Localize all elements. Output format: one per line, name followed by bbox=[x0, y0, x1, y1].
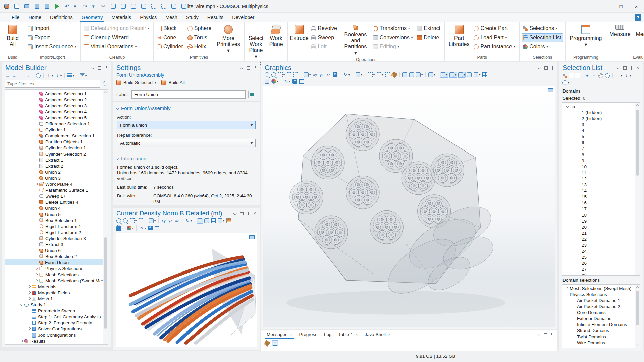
zoom-extents-icon[interactable] bbox=[293, 72, 299, 78]
selections-button[interactable]: Selections▾ bbox=[522, 24, 563, 33]
table-view-icon[interactable] bbox=[210, 218, 216, 224]
snapshot-icon[interactable] bbox=[147, 225, 153, 231]
select-icon[interactable]: ▾ bbox=[367, 72, 375, 78]
expand-chevron-icon[interactable] bbox=[565, 105, 570, 107]
float-panel-icon[interactable] bbox=[247, 66, 250, 70]
open-file-icon[interactable] bbox=[23, 3, 30, 10]
help-button[interactable]: ? bbox=[635, 14, 641, 21]
selection-item-17[interactable]: 17 bbox=[562, 206, 635, 212]
run-icon[interactable] bbox=[54, 3, 60, 10]
undo-caret-icon[interactable]: ▾ bbox=[72, 3, 78, 10]
minus-icon[interactable]: − bbox=[591, 73, 597, 79]
color-theme-icon[interactable]: ▾ bbox=[271, 78, 279, 84]
float-window-icon[interactable] bbox=[249, 235, 255, 239]
color-bar-icon[interactable] bbox=[226, 218, 232, 224]
float-panel-icon[interactable] bbox=[544, 66, 548, 70]
selection-item-2-hidden[interactable]: 2 (hidden) bbox=[562, 115, 635, 121]
virtual-operations-button[interactable]: Virtual Operations▾ bbox=[83, 42, 151, 51]
menu-physics[interactable]: Physics bbox=[136, 13, 161, 22]
tree-item-magnetic-fields[interactable]: Magnetic Fields bbox=[5, 290, 103, 296]
paste-into-icon[interactable] bbox=[130, 3, 137, 10]
float-panel-icon[interactable] bbox=[543, 333, 547, 336]
update-icon[interactable]: ↻▾ bbox=[139, 225, 147, 231]
delete-icon[interactable] bbox=[140, 3, 147, 10]
selection-item-10[interactable]: 10 bbox=[562, 164, 635, 170]
domain-selection-twist-domains[interactable]: Twist Domains bbox=[562, 334, 635, 340]
tree-item-union-4[interactable]: Union 4 bbox=[5, 205, 103, 211]
selection-item-7[interactable]: 7 bbox=[562, 145, 635, 152]
insert-sequence-button[interactable]: Insert Sequence▾ bbox=[26, 42, 78, 51]
selection-item-3[interactable]: 3 bbox=[562, 121, 635, 127]
domain-selections-scrollbar[interactable] bbox=[635, 285, 640, 348]
zoom-out-icon[interactable] bbox=[122, 218, 128, 224]
no-tooltip-icon[interactable] bbox=[264, 78, 270, 84]
selection-item-19[interactable]: 19 bbox=[562, 218, 635, 224]
close-button[interactable]: × bbox=[629, 0, 644, 13]
domain-selection-air-pocket-domains-2[interactable]: Air Pocket Domains 2 bbox=[562, 303, 635, 309]
tree-item-rigid-transform-2[interactable]: Rigid Transform 2 bbox=[5, 229, 103, 235]
axes-icon[interactable]: ▾ bbox=[217, 218, 225, 224]
float-panel-icon[interactable] bbox=[240, 212, 244, 215]
tree-item-mesh-1[interactable]: Mesh 1 bbox=[5, 296, 103, 302]
tab-log[interactable]: Log bbox=[321, 330, 335, 339]
panel-menu-icon[interactable] bbox=[240, 66, 244, 70]
pin-panel-icon[interactable] bbox=[104, 66, 108, 70]
menu-developer[interactable]: Developer bbox=[228, 13, 259, 22]
view-xz-icon[interactable]: xz bbox=[325, 72, 331, 78]
expand-chevron-icon[interactable] bbox=[26, 334, 32, 336]
collapse-icon[interactable]: ⤒▾ bbox=[46, 73, 54, 79]
build-all-button[interactable]: Build All bbox=[3, 23, 22, 48]
domain-selection-wire-domains[interactable]: Wire Domains bbox=[562, 340, 635, 346]
cone-button[interactable]: Cone bbox=[156, 33, 185, 42]
view-yz-icon[interactable]: yz bbox=[167, 218, 173, 224]
select-entities-icon[interactable] bbox=[385, 72, 391, 78]
tree-item-step-2-frequency-domain[interactable]: Step 2: Frequency Domain bbox=[5, 320, 103, 326]
go-to-view-icon[interactable]: ▾ bbox=[148, 218, 156, 224]
tree-item-cylinder-1[interactable]: Cylinder 1 bbox=[5, 127, 103, 133]
view-yz-icon[interactable]: yz bbox=[319, 72, 325, 78]
block-button[interactable]: Block bbox=[156, 24, 185, 33]
move-down-icon[interactable]: ↓ bbox=[25, 73, 31, 79]
selection-item-27[interactable]: 27 bbox=[562, 266, 635, 272]
tree-item-difference-selection-1[interactable]: Difference Selection 1 bbox=[5, 121, 103, 127]
zoom-selected-icon[interactable] bbox=[286, 72, 292, 78]
copy-icon[interactable] bbox=[569, 72, 574, 79]
tree-item-partition-objects-1[interactable]: Partition Objects 1 bbox=[5, 139, 103, 145]
tree-item-delete-entities-4[interactable]: Delete Entities 4 bbox=[5, 199, 103, 205]
defeaturing-and-repair-button[interactable]: Defeaturing and Repair▾ bbox=[83, 24, 151, 33]
scene-light-icon[interactable]: ▾ bbox=[355, 72, 363, 78]
selection-item-4[interactable]: 4 bbox=[562, 127, 635, 133]
extrude-button[interactable]: Extrude bbox=[290, 23, 309, 42]
tree-item-union-5[interactable]: Union 5 bbox=[5, 211, 103, 217]
domain-selection-strand-domains[interactable]: Strand Domains bbox=[562, 327, 635, 334]
zoom-box-icon[interactable]: ▾ bbox=[129, 218, 137, 224]
tree-item-complement-selection-1[interactable]: Complement Selection 1 bbox=[5, 133, 103, 139]
menu-mesh[interactable]: Mesh bbox=[161, 13, 181, 22]
expand-chevron-icon[interactable] bbox=[564, 287, 570, 289]
panel-menu-icon[interactable] bbox=[616, 66, 620, 70]
domain-selection-mesh-selections-swept-mesh[interactable]: Mesh Selections (Swept Mesh) bbox=[562, 285, 635, 291]
selection-group-fin[interactable]: fin bbox=[562, 103, 635, 109]
selection-item-1-hidden[interactable]: 1 (hidden) bbox=[562, 109, 635, 115]
domain-selection-core-domains[interactable]: Core Domains bbox=[562, 309, 635, 315]
pin-panel-icon[interactable] bbox=[630, 66, 633, 70]
build-selected-button[interactable]: Build Selected▾ bbox=[116, 80, 156, 85]
transparency-icon[interactable] bbox=[197, 218, 203, 224]
reset-hidden-icon[interactable] bbox=[409, 72, 415, 78]
pin-panel-icon[interactable] bbox=[550, 333, 554, 336]
rotate-icon[interactable]: ↻▾ bbox=[342, 72, 351, 78]
axes-icon[interactable]: ▾ bbox=[473, 72, 481, 78]
tree-item-box-selection-1[interactable]: Box Selection 1 bbox=[5, 217, 103, 223]
revolve-button[interactable]: Revolve bbox=[310, 24, 339, 33]
expand-chevron-icon[interactable] bbox=[26, 298, 32, 300]
update-icon[interactable]: ↻▾ bbox=[283, 78, 291, 84]
forward-icon[interactable]: → bbox=[11, 73, 17, 79]
density-plot-canvas[interactable] bbox=[116, 233, 257, 347]
expand-chevron-icon[interactable] bbox=[19, 340, 24, 342]
expand-chevron-icon[interactable] bbox=[26, 328, 32, 330]
tree-item-results[interactable]: Results bbox=[5, 338, 103, 344]
action-dropdown[interactable]: Form a union bbox=[117, 121, 256, 129]
deselect-icon[interactable]: ▾ bbox=[376, 72, 384, 78]
float-panel-icon[interactable] bbox=[623, 66, 627, 70]
zoom-out-icon[interactable] bbox=[271, 72, 277, 78]
